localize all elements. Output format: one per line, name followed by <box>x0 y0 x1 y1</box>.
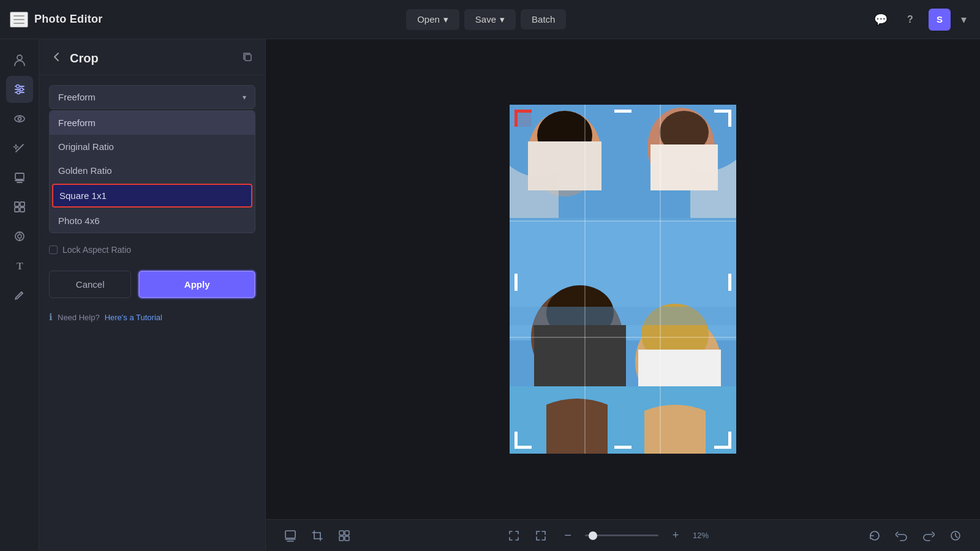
panel-header-left: Crop <box>49 50 99 67</box>
svg-rect-45 <box>728 110 731 127</box>
svg-rect-9 <box>15 173 24 179</box>
avatar-chevron[interactable]: ▾ <box>958 9 970 31</box>
svg-rect-48 <box>728 274 731 291</box>
checkered-background <box>510 105 736 454</box>
zoom-slider-container <box>585 534 658 536</box>
photo-container[interactable] <box>510 105 736 454</box>
redo-icon[interactable] <box>919 526 938 545</box>
avatar-button[interactable]: S <box>929 9 951 31</box>
info-icon: ℹ <box>49 312 53 323</box>
header-center: Open ▾ Save ▾ Batch <box>406 9 566 30</box>
dropdown-item-original-ratio[interactable]: Original Ratio <box>50 135 255 159</box>
svg-point-6 <box>17 91 20 94</box>
panel-content: Freeform ▾ Freeform Original Ratio Golde… <box>39 75 265 551</box>
dropdown-item-square[interactable]: Square 1x1 <box>52 184 252 208</box>
sidebar-layers-icon[interactable] <box>6 164 33 191</box>
svg-rect-12 <box>15 208 19 212</box>
svg-rect-57 <box>339 536 344 541</box>
apply-button[interactable]: Apply <box>138 271 255 298</box>
toolbar-right <box>865 526 965 545</box>
main-area: T Crop Freeform ▾ <box>0 39 980 551</box>
batch-label: Batch <box>532 14 555 24</box>
sidebar-draw-icon[interactable] <box>6 282 33 309</box>
header-left: Photo Editor <box>10 12 103 28</box>
crop-panel: Crop Freeform ▾ Freeform Original Ratio <box>39 39 266 551</box>
svg-rect-11 <box>20 202 24 206</box>
reset-icon[interactable] <box>865 526 884 545</box>
lock-aspect-ratio-row: Lock Aspect Ratio <box>49 239 255 261</box>
svg-rect-35 <box>510 307 736 325</box>
svg-rect-47 <box>514 274 518 291</box>
svg-rect-50 <box>514 432 518 449</box>
sidebar-magic-icon[interactable] <box>6 135 33 162</box>
fit-icon[interactable] <box>531 526 551 545</box>
svg-rect-19 <box>245 54 251 61</box>
history-icon[interactable] <box>946 526 965 545</box>
svg-rect-30 <box>534 325 626 386</box>
icon-sidebar: T <box>0 39 39 551</box>
save-chevron: ▾ <box>500 14 505 25</box>
sidebar-effects-icon[interactable] <box>6 223 33 250</box>
lock-aspect-ratio-checkbox[interactable] <box>49 246 58 254</box>
zoom-in-button[interactable]: + <box>666 526 685 545</box>
chat-button[interactable]: 💬 <box>870 9 892 31</box>
svg-point-0 <box>17 55 22 60</box>
layers-tb-icon[interactable] <box>281 526 300 545</box>
help-button[interactable]: ? <box>899 9 921 31</box>
back-button[interactable] <box>49 50 64 67</box>
fullscreen-icon[interactable] <box>504 526 524 545</box>
svg-rect-55 <box>339 531 344 535</box>
open-label: Open <box>417 14 440 24</box>
dropdown-selected-label: Freeform <box>58 92 96 102</box>
action-buttons: Cancel Apply <box>49 271 255 298</box>
toolbar-left <box>281 526 354 545</box>
svg-rect-13 <box>20 208 24 212</box>
crop-mode-dropdown[interactable]: Freeform ▾ <box>49 85 255 109</box>
svg-rect-51 <box>614 446 631 449</box>
save-label: Save <box>475 14 496 24</box>
bottom-toolbar: − + 12% <box>266 519 980 551</box>
sidebar-sliders-icon[interactable] <box>6 76 33 103</box>
batch-button[interactable]: Batch <box>521 9 566 29</box>
canvas-content <box>266 39 980 519</box>
svg-rect-54 <box>285 531 295 538</box>
svg-rect-46 <box>614 110 631 113</box>
zoom-out-button[interactable]: − <box>558 526 578 545</box>
dropdown-menu: Freeform Original Ratio Golden Ratio Squ… <box>49 110 255 233</box>
sidebar-objects-icon[interactable] <box>6 193 33 220</box>
svg-point-15 <box>18 234 21 238</box>
panel-header: Crop <box>39 39 265 75</box>
save-button[interactable]: Save ▾ <box>464 9 516 30</box>
open-button[interactable]: Open ▾ <box>406 9 459 30</box>
panel-title: Crop <box>70 51 99 66</box>
svg-rect-58 <box>345 536 349 541</box>
sidebar-person-icon[interactable] <box>6 47 33 73</box>
hamburger-menu[interactable] <box>10 12 28 28</box>
svg-rect-43 <box>514 110 532 127</box>
svg-point-7 <box>15 116 24 122</box>
dropdown-container: Freeform ▾ Freeform Original Ratio Golde… <box>49 85 255 109</box>
svg-text:T: T <box>17 261 23 271</box>
svg-point-8 <box>18 118 21 121</box>
header-right: 💬 ? S ▾ <box>870 9 970 31</box>
sidebar-text-icon[interactable]: T <box>6 252 33 279</box>
toolbar-center: − + 12% <box>504 526 715 545</box>
svg-point-4 <box>16 85 19 88</box>
app-title: Photo Editor <box>34 13 103 26</box>
dropdown-arrow-icon: ▾ <box>243 93 246 102</box>
panel-copy-button[interactable] <box>239 49 255 67</box>
help-link[interactable]: Here's a Tutorial <box>105 313 162 322</box>
sidebar-eye-icon[interactable] <box>6 105 33 132</box>
canvas-area: − + 12% <box>266 39 980 551</box>
dropdown-item-photo-4x6[interactable]: Photo 4x6 <box>50 209 255 233</box>
svg-rect-10 <box>15 202 19 206</box>
header: Photo Editor Open ▾ Save ▾ Batch 💬 ? S ▾ <box>0 0 980 39</box>
zoom-slider[interactable] <box>585 534 658 536</box>
open-chevron: ▾ <box>443 14 448 25</box>
grid-tb-icon[interactable] <box>334 526 354 545</box>
cancel-button[interactable]: Cancel <box>49 271 131 298</box>
dropdown-item-golden-ratio[interactable]: Golden Ratio <box>50 159 255 182</box>
undo-icon[interactable] <box>892 526 911 545</box>
crop-tb-icon[interactable] <box>307 526 327 545</box>
dropdown-item-freeform[interactable]: Freeform <box>50 111 255 135</box>
